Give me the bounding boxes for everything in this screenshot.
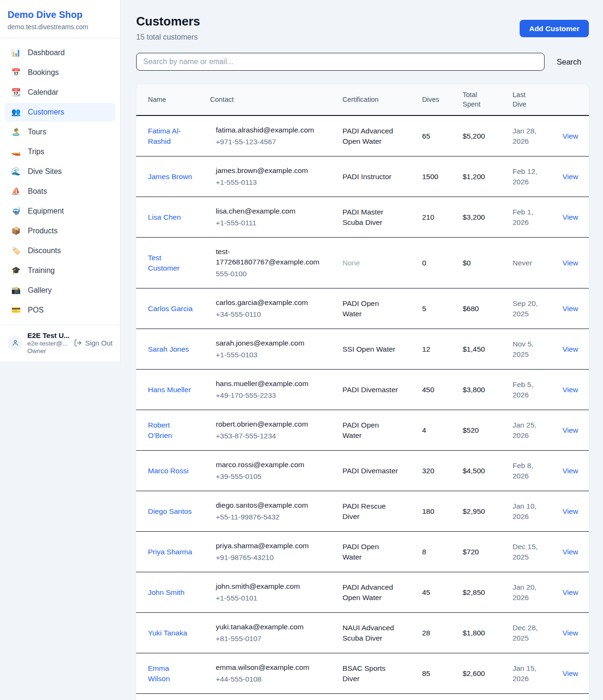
user-box: E2E Test U... e2e-tester@... Owner Sign … xyxy=(0,325,120,362)
customer-name-link[interactable]: Emma Wilson xyxy=(148,664,170,683)
table-row: John Smith john.smith@example.com +1-555… xyxy=(136,572,589,613)
customer-name-link[interactable]: Priya Sharma xyxy=(148,548,192,556)
customer-certification: None xyxy=(342,259,360,267)
customer-last-dive: Feb 12, 2026 xyxy=(507,156,557,197)
sidebar-item-dive-sites[interactable]: 🌊 Dive Sites xyxy=(5,162,115,181)
table-row: Lisa Chen lisa.chen@example.com +1-555-0… xyxy=(136,197,589,238)
user-email: e2e-tester@... xyxy=(27,340,69,347)
customer-last-dive: Feb 8, 2026 xyxy=(507,451,557,491)
customer-name-link[interactable]: Fatima Al-Rashid xyxy=(148,127,181,145)
view-link[interactable]: View xyxy=(562,213,578,221)
sidebar-item-label: Boats xyxy=(28,186,47,197)
graduation-cap-icon: 🎓 xyxy=(11,267,21,274)
view-link[interactable]: View xyxy=(562,629,578,637)
customer-name-link[interactable]: Robert O'Brien xyxy=(148,421,172,439)
sidebar-item-calendar[interactable]: 📆 Calendar xyxy=(5,83,115,102)
calendar-date-icon: 📅 xyxy=(11,69,21,76)
table-row: Fatima Al-Rashid fatima.alrashid@example… xyxy=(136,115,589,156)
sidebar-item-equipment[interactable]: 🤿 Equipment xyxy=(5,202,115,221)
column-header-certification: Certification xyxy=(337,84,416,115)
customer-total-spent: $4,500 xyxy=(457,451,507,491)
customer-dives: 1500 xyxy=(416,156,457,197)
customer-name-link[interactable]: Marco Rossi xyxy=(148,467,188,475)
search-input[interactable] xyxy=(136,53,545,71)
customer-total-spent: $1,450 xyxy=(457,329,507,370)
sidebar-item-dashboard[interactable]: 📊 Dashboard xyxy=(5,43,115,62)
view-link[interactable]: View xyxy=(562,669,578,677)
sidebar-item-discounts[interactable]: 🏷️ Discounts xyxy=(5,241,115,260)
table-row: Keiko Yamamoto keiko.yamamoto@example.co… xyxy=(136,694,589,700)
customer-last-dive: Nov 5, 2025 xyxy=(507,329,557,370)
island-icon: 🏝️ xyxy=(11,128,21,136)
table-row: Priya Sharma priya.sharma@example.com +9… xyxy=(136,532,589,572)
customer-name-link[interactable]: Diego Santos xyxy=(148,507,192,515)
customer-last-dive: Dec 28, 2025 xyxy=(507,613,557,653)
view-link[interactable]: View xyxy=(562,588,578,596)
sidebar-item-trips[interactable]: 🚤 Trips xyxy=(5,142,115,161)
customer-total-spent: $3,200 xyxy=(457,197,507,238)
customer-name-link[interactable]: Sarah Jones xyxy=(148,345,189,353)
customer-certification: PADI Open Water xyxy=(342,421,379,439)
sidebar-item-label: Equipment xyxy=(28,206,64,216)
label-tag-icon: 🏷️ xyxy=(11,247,21,255)
sidebar-item-label: Gallery xyxy=(28,285,52,296)
customer-last-dive: Dec 15, 2025 xyxy=(507,532,557,572)
table-row: Diego Santos diego.santos@example.com +5… xyxy=(136,491,589,532)
column-header-total-spent: Total Spent xyxy=(457,84,507,115)
customer-email: john.smith@example.com xyxy=(216,581,319,592)
sidebar-item-bookings[interactable]: 📅 Bookings xyxy=(5,63,115,82)
customer-email: marco.rossi@example.com xyxy=(216,460,319,470)
customer-name-link[interactable]: Yuki Tanaka xyxy=(148,629,187,637)
customer-name-link[interactable]: Lisa Chen xyxy=(148,213,181,221)
customer-total-spent: $2,100 xyxy=(457,694,507,700)
view-link[interactable]: View xyxy=(562,548,578,556)
sidebar-item-label: Dashboard xyxy=(28,48,65,58)
diving-mask-icon: 🤿 xyxy=(11,207,21,215)
view-link[interactable]: View xyxy=(562,426,578,434)
customer-dives: 85 xyxy=(416,653,457,694)
customer-name-link[interactable]: Hans Mueller xyxy=(148,386,191,394)
customer-total-spent: $1,200 xyxy=(457,156,507,197)
customer-name-link[interactable]: John Smith xyxy=(148,588,185,596)
customer-last-dive: Jan 28, 2026 xyxy=(507,115,557,156)
customer-name-link[interactable]: Test Customer xyxy=(148,254,179,272)
sidebar-item-customers[interactable]: 👥 Customers xyxy=(5,103,115,122)
sidebar-item-pos[interactable]: 💳 POS xyxy=(5,301,115,320)
customer-dives: 65 xyxy=(416,115,457,156)
sidebar-item-boats[interactable]: ⛵ Boats xyxy=(5,182,115,201)
sidebar-item-training[interactable]: 🎓 Training xyxy=(5,261,115,280)
view-link[interactable]: View xyxy=(562,345,578,353)
search-button[interactable]: Search xyxy=(545,58,589,66)
view-link[interactable]: View xyxy=(562,132,578,140)
user-role: Owner xyxy=(27,347,69,354)
customer-total-spent: $2,850 xyxy=(457,572,507,613)
customer-name-link[interactable]: James Brown xyxy=(148,173,192,181)
table-row: Carlos Garcia carlos.garcia@example.com … xyxy=(136,288,589,329)
add-customer-button[interactable]: Add Customer xyxy=(520,20,589,37)
sidebar-item-label: POS xyxy=(28,305,44,315)
customer-last-dive: Feb 10, 2026 xyxy=(507,694,557,700)
customer-certification: PADI Divemaster xyxy=(342,386,398,394)
customer-name-link[interactable]: Carlos Garcia xyxy=(148,305,193,313)
view-link[interactable]: View xyxy=(562,259,578,267)
shop-domain: demo.test.divestreams.com xyxy=(8,23,113,31)
view-link[interactable]: View xyxy=(562,305,578,313)
customer-dives: 5 xyxy=(416,288,457,329)
shop-name: Demo Dive Shop xyxy=(8,9,113,21)
sign-out-button[interactable]: Sign Out xyxy=(74,339,113,347)
customer-certification: PADI Master Scuba Diver xyxy=(342,208,383,226)
customer-count: 15 total customers xyxy=(136,33,200,41)
sidebar-item-tours[interactable]: 🏝️ Tours xyxy=(5,123,115,141)
view-link[interactable]: View xyxy=(562,386,578,394)
sidebar-item-products[interactable]: 📦 Products xyxy=(5,222,115,240)
tear-off-calendar-icon: 📆 xyxy=(11,89,21,96)
customer-dives: 8 xyxy=(416,532,457,572)
view-link[interactable]: View xyxy=(562,173,578,181)
sidebar-item-label: Discounts xyxy=(28,246,61,256)
view-link[interactable]: View xyxy=(562,467,578,475)
view-link[interactable]: View xyxy=(562,507,578,515)
sidebar-item-gallery[interactable]: 📸 Gallery xyxy=(5,281,115,300)
customer-dives: 12 xyxy=(416,329,457,370)
customer-dives: 320 xyxy=(416,451,457,491)
customer-last-dive: Feb 5, 2026 xyxy=(507,370,557,410)
